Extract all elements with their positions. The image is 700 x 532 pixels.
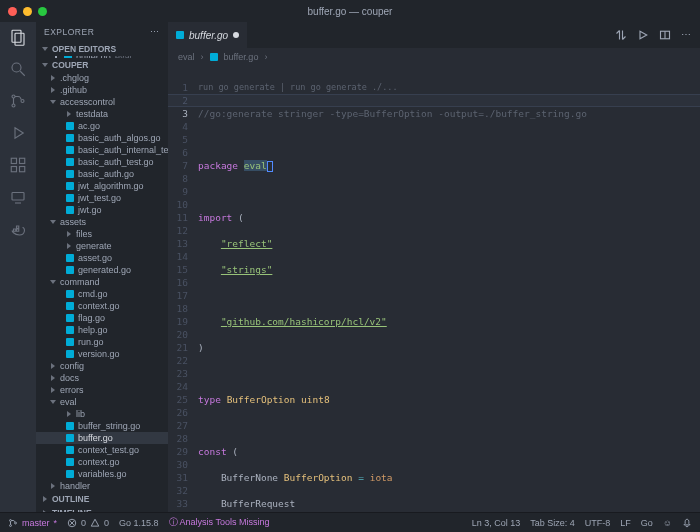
sidebar-more-icon[interactable]: ⋯ — [150, 27, 160, 37]
folder-item[interactable]: .github — [36, 84, 168, 96]
compare-icon[interactable] — [615, 29, 627, 41]
remote-icon[interactable] — [9, 188, 27, 206]
project-section[interactable]: COUPER — [36, 58, 168, 72]
sidebar-header: EXPLORER ⋯ — [36, 22, 168, 42]
file-item[interactable]: basic_auth_test.go — [36, 156, 168, 168]
file-item[interactable]: help.go — [36, 324, 168, 336]
outline-section[interactable]: OUTLINE — [36, 492, 168, 506]
status-eol[interactable]: LF — [620, 518, 631, 528]
svg-point-20 — [10, 524, 12, 526]
go-file-icon — [66, 122, 74, 130]
go-file-icon — [66, 458, 74, 466]
file-item[interactable]: cmd.go — [36, 288, 168, 300]
code-area[interactable]: 1234567891011121314151617181920212223242… — [168, 66, 700, 512]
breadcrumb[interactable]: eval› buffer.go› — [168, 48, 700, 66]
maximize-window-icon[interactable] — [38, 7, 47, 16]
titlebar: buffer.go — couper — [0, 0, 700, 22]
chevron-icon — [50, 220, 56, 224]
folder-item[interactable]: files — [36, 228, 168, 240]
tree-label: testdata — [76, 109, 108, 119]
extensions-icon[interactable] — [9, 156, 27, 174]
status-problems[interactable]: 0 0 — [67, 518, 109, 528]
file-item[interactable]: context.go — [36, 456, 168, 468]
explorer-icon[interactable] — [9, 28, 27, 46]
tree-label: help.go — [78, 325, 108, 335]
open-editors-section[interactable]: OPEN EDITORS — [36, 42, 168, 56]
file-item[interactable]: buffer.go — [36, 432, 168, 444]
timeline-section[interactable]: TIMELINE — [36, 506, 168, 512]
file-item[interactable]: ac.go — [36, 120, 168, 132]
folder-item[interactable]: assets — [36, 216, 168, 228]
file-item[interactable]: jwt_algorithm.go — [36, 180, 168, 192]
file-item[interactable]: jwt_test.go — [36, 192, 168, 204]
file-item[interactable]: variables.go — [36, 468, 168, 480]
status-branch[interactable]: master* — [8, 518, 57, 528]
status-language[interactable]: Go — [641, 518, 653, 528]
status-feedback[interactable]: ☺ — [663, 518, 672, 528]
folder-item[interactable]: .chglog — [36, 72, 168, 84]
file-item[interactable]: buffer_string.go — [36, 420, 168, 432]
go-file-icon — [66, 134, 74, 142]
tree-label: basic_auth.go — [78, 169, 134, 179]
svg-line-3 — [20, 71, 25, 76]
source-control-icon[interactable] — [9, 92, 27, 110]
file-item[interactable]: basic_auth_internal_test.go — [36, 144, 168, 156]
close-window-icon[interactable] — [8, 7, 17, 16]
activity-bar — [0, 22, 36, 512]
status-encoding[interactable]: UTF-8 — [585, 518, 611, 528]
status-cursor-pos[interactable]: Ln 3, Col 13 — [472, 518, 521, 528]
tree-label: generated.go — [78, 265, 131, 275]
tree-label: basic_auth_test.go — [78, 157, 154, 167]
status-bell-icon[interactable] — [682, 518, 692, 528]
status-go-version[interactable]: Go 1.15.8 — [119, 518, 159, 528]
code-lines[interactable]: run go generate | run go generate ./... … — [198, 66, 700, 512]
tree-label: basic_auth_internal_test.go — [78, 145, 168, 155]
folder-item[interactable]: errors — [36, 384, 168, 396]
status-analysis[interactable]: ⓘ Analysis Tools Missing — [169, 516, 270, 529]
debug-icon[interactable] — [9, 124, 27, 142]
tree-label: .chglog — [60, 73, 89, 83]
go-file-icon — [66, 422, 74, 430]
codelens[interactable]: run go generate | run go generate ./... — [198, 81, 700, 94]
folder-item[interactable]: command — [36, 276, 168, 288]
tree-label: basic_auth_algos.go — [78, 133, 161, 143]
folder-item[interactable]: docs — [36, 372, 168, 384]
svg-point-6 — [21, 100, 24, 103]
folder-item[interactable]: accesscontrol — [36, 96, 168, 108]
chevron-icon — [50, 100, 56, 104]
file-item[interactable]: asset.go — [36, 252, 168, 264]
folder-item[interactable]: config — [36, 360, 168, 372]
file-item[interactable]: run.go — [36, 336, 168, 348]
editor-actions: ⋯ — [615, 29, 700, 41]
run-icon[interactable] — [637, 29, 649, 41]
search-icon[interactable] — [9, 60, 27, 78]
file-item[interactable]: flag.go — [36, 312, 168, 324]
editor-more-icon[interactable]: ⋯ — [681, 29, 692, 41]
split-icon[interactable] — [659, 29, 671, 41]
docker-icon[interactable] — [9, 220, 27, 238]
file-item[interactable]: basic_auth_algos.go — [36, 132, 168, 144]
go-file-icon — [210, 53, 218, 61]
tab-buffer-go[interactable]: buffer.go — [168, 22, 247, 48]
tree-label: variables.go — [78, 469, 127, 479]
folder-item[interactable]: testdata — [36, 108, 168, 120]
svg-rect-10 — [11, 167, 16, 172]
minimize-window-icon[interactable] — [23, 7, 32, 16]
file-item[interactable]: context_test.go — [36, 444, 168, 456]
folder-item[interactable]: generate — [36, 240, 168, 252]
file-item[interactable]: jwt.go — [36, 204, 168, 216]
go-file-icon — [66, 350, 74, 358]
file-item[interactable]: generated.go — [36, 264, 168, 276]
go-file-icon — [66, 158, 74, 166]
folder-item[interactable]: eval — [36, 396, 168, 408]
folder-item[interactable]: lib — [36, 408, 168, 420]
file-item[interactable]: basic_auth.go — [36, 168, 168, 180]
tree-label: jwt_algorithm.go — [78, 181, 144, 191]
go-file-icon — [66, 326, 74, 334]
tree-label: cmd.go — [78, 289, 108, 299]
folder-item[interactable]: handler — [36, 480, 168, 492]
file-item[interactable]: version.go — [36, 348, 168, 360]
status-tab-size[interactable]: Tab Size: 4 — [530, 518, 575, 528]
file-item[interactable]: context.go — [36, 300, 168, 312]
chevron-icon — [67, 243, 71, 249]
